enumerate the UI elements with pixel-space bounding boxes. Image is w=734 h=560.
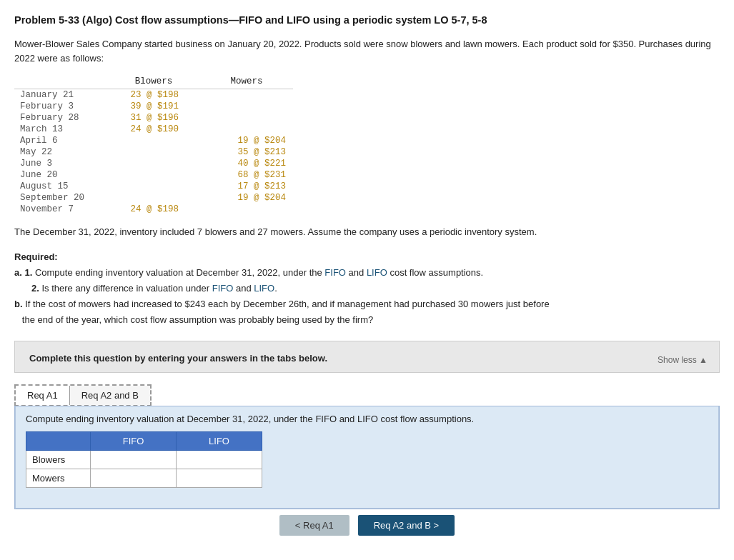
inventory-note: The December 31, 2022, inventory include… xyxy=(14,225,720,239)
mower-value: 35 @ $213 xyxy=(200,146,293,158)
lifo-header: LIFO xyxy=(177,432,262,451)
mower-value xyxy=(200,204,293,215)
prev-button[interactable]: < Req A1 xyxy=(279,515,349,536)
blower-value: 24 @ $198 xyxy=(107,204,200,215)
tab-req-a2-b[interactable]: Req A2 and B xyxy=(70,386,150,405)
blower-value xyxy=(107,181,200,192)
mower-value: 68 @ $231 xyxy=(200,169,293,181)
fifo-input-cell[interactable] xyxy=(91,469,177,488)
fifo-input-cell[interactable] xyxy=(91,451,177,469)
req-a1: 1. Compute ending inventory valuation at… xyxy=(24,267,483,278)
purchase-date: June 20 xyxy=(14,169,107,181)
mower-value xyxy=(200,89,293,101)
lifo-input-cell[interactable] xyxy=(177,451,262,469)
blower-value xyxy=(107,169,200,181)
blower-value: 24 @ $190 xyxy=(107,124,200,135)
mower-value: 19 @ $204 xyxy=(200,135,293,146)
next-button[interactable]: Req A2 and B > xyxy=(358,515,455,536)
mower-value: 17 @ $213 xyxy=(200,181,293,192)
blower-value xyxy=(107,192,200,204)
show-less-button[interactable]: Show less ▲ xyxy=(658,355,708,365)
blower-value xyxy=(107,146,200,158)
data-entry-table: FIFO LIFO BlowersMowers xyxy=(26,431,262,488)
req-a2: 2. Is there any difference in valuation … xyxy=(14,283,277,294)
purchase-date: August 15 xyxy=(14,181,107,192)
blower-value: 23 @ $198 xyxy=(107,89,200,101)
purchase-date: June 3 xyxy=(14,158,107,169)
content-panel-header: Compute ending inventory valuation at De… xyxy=(26,414,708,424)
purchase-date: January 21 xyxy=(14,89,107,101)
purchase-date: February 3 xyxy=(14,101,107,112)
req-b-letter: b. xyxy=(14,299,23,309)
instruction-box: Complete this question by entering your … xyxy=(14,341,720,373)
blower-value: 31 @ $196 xyxy=(107,112,200,124)
purchase-date: May 22 xyxy=(14,146,107,158)
mower-value: 40 @ $221 xyxy=(200,158,293,169)
req-a-letter: a. xyxy=(14,267,22,278)
instruction-text: Complete this question by entering your … xyxy=(29,353,705,364)
problem-title: Problem 5-33 (Algo) Cost flow assumption… xyxy=(14,13,720,27)
tabs-area: Req A1 Req A2 and B xyxy=(14,384,152,406)
purchases-table: Blowers Mowers January 2123 @ $198Februa… xyxy=(14,75,293,215)
row-label: Mowers xyxy=(26,469,91,488)
purchase-date: March 13 xyxy=(14,124,107,135)
mower-value xyxy=(200,101,293,112)
blower-value xyxy=(107,135,200,146)
blower-value: 39 @ $191 xyxy=(107,101,200,112)
tab-req-a1[interactable]: Req A1 xyxy=(16,386,70,405)
required-label: Required: xyxy=(14,251,58,262)
purchase-date: September 20 xyxy=(14,192,107,204)
content-panel: Compute ending inventory valuation at De… xyxy=(15,406,719,509)
purchase-date: April 6 xyxy=(14,135,107,146)
mower-value xyxy=(200,124,293,135)
purchase-date: February 28 xyxy=(14,112,107,124)
intro-text: Mower-Blower Sales Company started busin… xyxy=(14,37,720,65)
required-section: Required: a. 1. Compute ending inventory… xyxy=(14,249,720,328)
empty-header xyxy=(26,432,91,451)
mower-value xyxy=(200,112,293,124)
mowers-header: Mowers xyxy=(200,75,293,89)
blower-value xyxy=(107,158,200,169)
tab-bar: Req A1 Req A2 and B xyxy=(14,384,720,406)
fifo-header: FIFO xyxy=(91,432,177,451)
tabs-wrapper: Req A1 Req A2 and B Compute ending inven… xyxy=(14,384,720,509)
req-b: If the cost of mowers had increased to $… xyxy=(14,299,550,325)
mower-value: 19 @ $204 xyxy=(200,192,293,204)
nav-buttons: < Req A1 Req A2 and B > xyxy=(14,515,720,536)
purchase-date: November 7 xyxy=(14,204,107,215)
lifo-input-cell[interactable] xyxy=(177,469,262,488)
row-label: Blowers xyxy=(26,451,91,469)
blowers-header: Blowers xyxy=(107,75,200,89)
